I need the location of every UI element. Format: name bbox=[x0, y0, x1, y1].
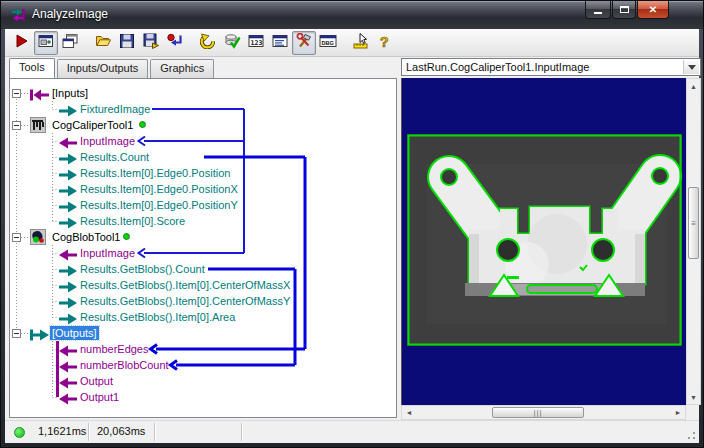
toolbar: 123DBG? bbox=[5, 29, 699, 57]
tab-strip: ToolsInputs/OutputsGraphics bbox=[9, 58, 216, 78]
resize-grip[interactable] bbox=[685, 429, 697, 441]
reset-icon bbox=[167, 33, 183, 53]
tree-row-inputs[interactable]: [Inputs] bbox=[10, 85, 396, 101]
minimize-button[interactable] bbox=[585, 1, 611, 19]
tab-inputs-outputs[interactable]: Inputs/Outputs bbox=[57, 59, 149, 78]
close-icon: ✕ bbox=[649, 5, 657, 15]
tree-row-outputs[interactable]: [Outputs] bbox=[10, 325, 396, 341]
vertical-scroll-thumb[interactable]: ≡ bbox=[688, 187, 699, 259]
tree-row-results-count[interactable]: Results.Count bbox=[10, 149, 396, 165]
tree-item-label: Results.GetBlobs().Count bbox=[80, 262, 205, 276]
image-display-area[interactable] bbox=[401, 78, 686, 405]
database-check-icon bbox=[224, 33, 241, 53]
maximize-icon bbox=[620, 6, 629, 13]
tree-item-label: CogBlobTool1 bbox=[52, 230, 121, 244]
tree-row-cogblobtool1[interactable]: CogBlobTool1 bbox=[10, 229, 396, 245]
profiler-icon bbox=[353, 33, 369, 53]
open-folder-icon bbox=[95, 33, 112, 53]
client-frame: 123DBG? ToolsInputs/OutputsGraphics [Inp… bbox=[5, 29, 699, 443]
maximize-button[interactable] bbox=[612, 1, 636, 19]
scroll-left-button[interactable]: ◄ bbox=[402, 406, 416, 419]
tree-row-fixturedimage[interactable]: FixturedImage bbox=[10, 101, 396, 117]
log-window-icon bbox=[272, 33, 288, 53]
undo-button[interactable] bbox=[196, 31, 220, 55]
tree-item-label: InputImage bbox=[80, 246, 135, 260]
titlebar[interactable]: AnalyzeImage ✕ bbox=[1, 1, 703, 29]
svg-text:?: ? bbox=[380, 33, 389, 49]
validate-button[interactable] bbox=[220, 31, 244, 55]
tree-row-results-item-0-score[interactable]: Results.Item[0].Score bbox=[10, 213, 396, 229]
tool-tree: [Inputs]FixturedImageCogCaliperTool1Inpu… bbox=[10, 79, 396, 417]
tools-icon bbox=[296, 33, 312, 53]
tree-row-numberblobcount[interactable]: numberBlobCount bbox=[10, 357, 396, 373]
open-button[interactable] bbox=[91, 31, 115, 55]
window-title: AnalyzeImage bbox=[32, 7, 108, 21]
help-icon: ? bbox=[379, 33, 391, 53]
reset-button[interactable] bbox=[163, 31, 187, 55]
tree-row-results-getblobs-item-0-area[interactable]: Results.GetBlobs().Item[0].Area bbox=[10, 309, 396, 325]
tab-tools[interactable]: Tools bbox=[9, 58, 55, 78]
status-indicator-icon bbox=[14, 427, 25, 438]
left-panel: ToolsInputs/OutputsGraphics [Inputs]Fixt… bbox=[7, 57, 399, 420]
float-job-window-button[interactable] bbox=[58, 31, 82, 55]
debug-window-button[interactable]: DBG bbox=[316, 31, 340, 55]
status-time-2: 20,063ms bbox=[97, 425, 145, 437]
show-job-window-button[interactable] bbox=[34, 31, 58, 55]
tree-row-results-getblobs-count[interactable]: Results.GetBlobs().Count bbox=[10, 261, 396, 277]
display-selector-dropdown[interactable]: LastRun.CogCaliperTool1.InputImage bbox=[401, 58, 701, 76]
tree-row-inputimage[interactable]: InputImage bbox=[10, 245, 396, 261]
save-icon bbox=[119, 33, 135, 53]
tool-editor-button[interactable] bbox=[292, 31, 316, 55]
input-arrow-icon bbox=[58, 391, 78, 409]
tree-item-label: CogCaliperTool1 bbox=[52, 118, 133, 132]
tree-item-label: Output bbox=[80, 374, 113, 388]
collapse-toggle-icon[interactable] bbox=[12, 329, 21, 338]
tree-item-label: Results.Item[0].Edge0.PositionX bbox=[80, 182, 238, 196]
numeric-window-icon: 123 bbox=[248, 33, 264, 53]
save-as-button[interactable] bbox=[139, 31, 163, 55]
tree-row-results-item-0-edge0-positiony[interactable]: Results.Item[0].Edge0.PositionY bbox=[10, 197, 396, 213]
tree-item-label: InputImage bbox=[80, 134, 135, 148]
tree-row-results-item-0-edge0-position[interactable]: Results.Item[0].Edge0.Position bbox=[10, 165, 396, 181]
running-indicator-icon bbox=[139, 121, 146, 128]
save-button[interactable] bbox=[115, 31, 139, 55]
horizontal-scrollbar[interactable]: ◄ ||| ► bbox=[401, 405, 686, 420]
collapse-toggle-icon[interactable] bbox=[12, 121, 21, 130]
run-icon bbox=[14, 33, 30, 53]
collapse-toggle-icon[interactable] bbox=[12, 233, 21, 242]
tree-item-label: FixturedImage bbox=[80, 102, 150, 116]
tree-row-output1[interactable]: Output1 bbox=[10, 389, 396, 405]
tree-row-output[interactable]: Output bbox=[10, 373, 396, 389]
tree-item-label: [Outputs] bbox=[50, 326, 99, 340]
chevron-down-icon[interactable] bbox=[683, 60, 699, 74]
tree-item-label: Results.Item[0].Edge0.PositionY bbox=[80, 198, 238, 212]
tree-row-results-getblobs-item-0-centerofmassy[interactable]: Results.GetBlobs().Item[0].CenterOfMassY bbox=[10, 293, 396, 309]
numeric-results-button[interactable]: 123 bbox=[244, 31, 268, 55]
image-viewer-panel: LastRun.CogCaliperTool1.InputImage bbox=[401, 57, 697, 420]
scroll-right-button[interactable]: ► bbox=[671, 406, 685, 419]
horizontal-scroll-thumb[interactable]: ||| bbox=[492, 407, 584, 418]
analyzeimage-window: AnalyzeImage ✕ 123DBG? ToolsInputs/Outpu… bbox=[0, 0, 704, 448]
tab-graphics[interactable]: Graphics bbox=[150, 59, 214, 78]
tree-item-label: Results.GetBlobs().Item[0].CenterOfMassX bbox=[80, 278, 290, 292]
status-bar: 1,1621ms 20,063ms bbox=[5, 420, 699, 443]
job-window-icon bbox=[38, 33, 54, 53]
profiler-button[interactable] bbox=[349, 31, 373, 55]
collapse-toggle-icon[interactable] bbox=[12, 89, 21, 98]
tree-item-label: Results.Item[0].Edge0.Position bbox=[80, 166, 230, 180]
running-indicator-icon bbox=[123, 233, 130, 240]
vertical-scrollbar[interactable]: ▲ ≡ ▼ bbox=[686, 78, 701, 405]
help-button[interactable]: ? bbox=[373, 31, 397, 55]
scroll-up-button[interactable]: ▲ bbox=[687, 79, 700, 93]
close-button[interactable]: ✕ bbox=[637, 1, 669, 19]
tree-row-numberedges[interactable]: numberEdges bbox=[10, 341, 396, 357]
tree-row-results-getblobs-item-0-centerofmassx[interactable]: Results.GetBlobs().Item[0].CenterOfMassX bbox=[10, 277, 396, 293]
svg-text:DBG: DBG bbox=[321, 39, 333, 45]
run-button[interactable] bbox=[10, 31, 34, 55]
tree-row-inputimage[interactable]: InputImage bbox=[10, 133, 396, 149]
scroll-down-button[interactable]: ▼ bbox=[687, 390, 700, 404]
tree-row-results-item-0-edge0-positionx[interactable]: Results.Item[0].Edge0.PositionX bbox=[10, 181, 396, 197]
undo-icon bbox=[200, 33, 216, 53]
log-window-button[interactable] bbox=[268, 31, 292, 55]
tree-row-cogcalipertool1[interactable]: CogCaliperTool1 bbox=[10, 117, 396, 133]
